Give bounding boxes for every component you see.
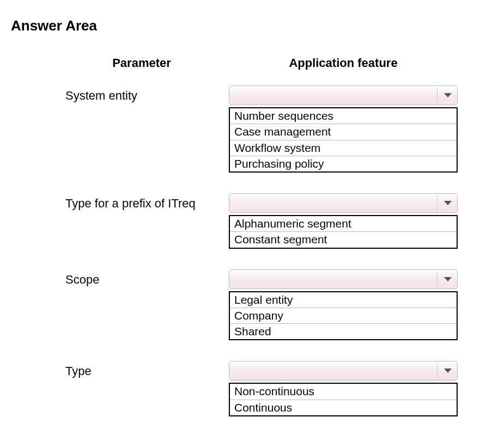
dropdown-divider	[437, 195, 438, 211]
dropdown-type-prefix[interactable]	[229, 193, 458, 213]
dropdown-system-entity[interactable]	[229, 85, 458, 105]
dropdown-divider	[437, 88, 438, 103]
parameter-label-scope: Scope	[54, 269, 229, 361]
dropdown-divider	[437, 363, 438, 378]
option-item[interactable]: Non-continuous	[230, 384, 457, 400]
option-item[interactable]: Constant segment	[230, 232, 457, 247]
option-item[interactable]: Shared	[230, 324, 457, 339]
chevron-down-icon	[444, 277, 452, 281]
chevron-down-icon	[444, 369, 452, 373]
dropdown-scope[interactable]	[229, 269, 458, 289]
chevron-down-icon	[444, 201, 452, 205]
options-list-type: Non-continuous Continuous	[229, 383, 458, 416]
column-header-feature: Application feature	[229, 56, 458, 70]
parameter-label-type: Type	[54, 361, 229, 437]
dropdown-divider	[437, 272, 438, 287]
options-list-system-entity: Number sequences Case management Workflo…	[229, 107, 458, 173]
page-title: Answer Area	[11, 17, 469, 34]
chevron-down-icon	[444, 93, 452, 97]
parameter-label-system-entity: System entity	[54, 85, 229, 193]
option-item[interactable]: Legal entity	[230, 292, 457, 308]
option-item[interactable]: Case management	[230, 124, 457, 140]
column-header-parameter: Parameter	[54, 56, 229, 70]
option-item[interactable]: Workflow system	[230, 140, 457, 156]
option-item[interactable]: Number sequences	[230, 108, 457, 124]
options-list-scope: Legal entity Company Shared	[229, 291, 458, 341]
dropdown-type[interactable]	[229, 361, 458, 381]
option-item[interactable]: Continuous	[230, 400, 457, 415]
option-item[interactable]: Purchasing policy	[230, 156, 457, 171]
option-item[interactable]: Alphanumeric segment	[230, 216, 457, 232]
option-item[interactable]: Company	[230, 308, 457, 324]
options-list-type-prefix: Alphanumeric segment Constant segment	[229, 215, 458, 249]
parameter-label-type-prefix: Type for a prefix of ITreq	[54, 193, 229, 269]
